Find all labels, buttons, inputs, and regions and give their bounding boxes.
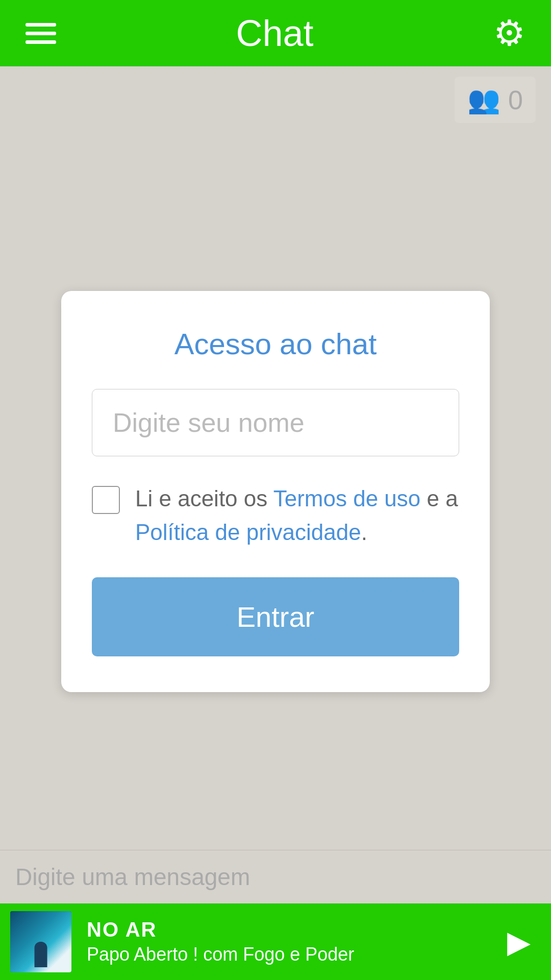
play-button[interactable]: ▶ [497,919,541,965]
enter-button[interactable]: Entrar [92,577,459,656]
modal-title: Acesso ao chat [92,327,459,361]
album-art [10,911,71,972]
users-bar: 👥 0 [0,66,551,133]
bottom-info: NO AR Papo Aberto ! com Fogo e Poder [87,918,482,965]
login-modal: Acesso ao chat Li e aceito os Termos de … [61,291,490,692]
app-header: Chat ⚙ [0,0,551,66]
terms-checkbox[interactable] [92,486,120,514]
page-title: Chat [236,12,313,54]
album-art-figure [35,942,47,967]
users-count-box: 👥 0 [455,77,536,123]
terms-row: Li e aceito os Termos de uso e a Polític… [92,482,459,549]
album-art-background [10,911,71,972]
terms-of-use-link[interactable]: Termos de uso [273,486,421,511]
on-air-subtitle: Papo Aberto ! com Fogo e Poder [87,944,482,965]
on-air-label: NO AR [87,918,482,941]
terms-text: Li e aceito os Termos de uso e a Polític… [135,482,459,549]
menu-button[interactable] [26,23,56,44]
name-input[interactable] [92,389,459,456]
chat-area: 👥 0 Acesso ao chat Li e aceito os Termos… [0,66,551,903]
privacy-policy-link[interactable]: Política de privacidade [135,520,361,545]
users-icon: 👥 [467,84,500,115]
message-input-area [0,850,551,903]
modal-overlay: Acesso ao chat Li e aceito os Termos de … [0,133,551,850]
users-count: 0 [508,85,523,115]
settings-icon[interactable]: ⚙ [493,15,525,51]
message-input[interactable] [15,863,536,891]
bottom-bar: NO AR Papo Aberto ! com Fogo e Poder ▶ [0,903,551,980]
